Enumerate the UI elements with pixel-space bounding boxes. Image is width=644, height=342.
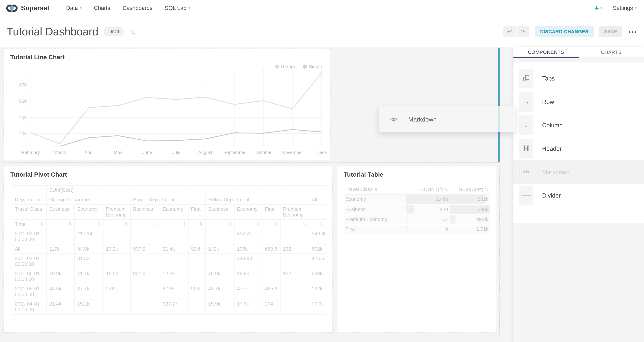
sort-icon[interactable]: ⇅ — [374, 187, 378, 192]
drag-preview-markdown[interactable]: </> Markdown — [378, 106, 515, 132]
pivot-value-cell: 12.3k — [160, 269, 188, 284]
table-column-header[interactable]: COUNT(*)⇅ — [406, 184, 450, 194]
favorite-star-icon[interactable]: ☆ — [130, 27, 138, 36]
pivot-class-header[interactable]: Economy — [74, 204, 103, 220]
sidebar-item-column[interactable]: ↓Column — [514, 114, 644, 137]
tab-charts[interactable]: CHARTS — [579, 47, 644, 58]
pivot-sort-cell[interactable]: ⇅ — [74, 220, 103, 229]
pivot-class-header[interactable]: Premium Economy — [103, 204, 130, 220]
add-new-button[interactable]: + ▾ — [594, 4, 602, 12]
pivot-sort-cell[interactable]: ⇅ — [160, 220, 188, 229]
pivot-class-header[interactable]: Business — [130, 204, 160, 220]
pivot-sort-cell[interactable]: ⇅ — [130, 220, 160, 229]
table-row[interactable]: First91.71k — [344, 224, 490, 234]
sort-icon[interactable]: ⇅ — [302, 222, 306, 227]
pivot-group-header[interactable]: All — [309, 195, 326, 204]
pivot-row-label: 2011-04-01 00:00:00 — [12, 299, 46, 314]
page-title[interactable]: Tutorial Dashboard — [6, 25, 98, 38]
save-button[interactable]: SAVE — [599, 26, 622, 38]
pivot-class-header[interactable]: Business — [206, 204, 234, 220]
sidebar-item-row[interactable]: →Row — [514, 90, 644, 114]
svg-text:Dece: Dece — [316, 150, 326, 155]
sidebar-item-header[interactable]: HHeader — [514, 137, 644, 160]
legend-item-single[interactable]: Single — [303, 64, 322, 69]
pivot-sort-cell[interactable]: ⇅ — [46, 220, 74, 229]
pivot-class-header[interactable]: Economy — [160, 204, 188, 220]
pivot-value-cell — [46, 229, 74, 244]
sidebar-item-divider[interactable]: Divider — [514, 184, 644, 207]
pivot-chart-card[interactable]: Tutorial Pivot Chart SUM(Cost)Department… — [3, 166, 332, 333]
table-column-header[interactable]: SUM(Cost)⇅ — [450, 184, 490, 194]
table-row: 2011-03-01 00:00:00217.14332.21549.35 — [12, 229, 326, 244]
table-row[interactable]: Business420696k — [344, 204, 490, 214]
table-column-header[interactable]: Travel Class⇅ — [344, 184, 406, 194]
pivot-group-header[interactable]: Purple Department — [130, 195, 206, 204]
pivot-class-header[interactable]: First — [262, 204, 280, 220]
pivot-value-cell — [130, 284, 160, 299]
pivot-value-cell: 117k — [46, 244, 74, 254]
pivot-class-header[interactable] — [309, 204, 326, 220]
line-chart-card[interactable]: Tutorial Line Chart ReturnSingle 2004006… — [3, 48, 330, 160]
chevron-down-icon: ▾ — [635, 6, 636, 10]
cell-value: 1.71k — [476, 226, 488, 232]
drop-indicator-line — [498, 48, 500, 162]
legend-label: Return — [281, 64, 295, 69]
pivot-group-header[interactable]: Orange Department — [46, 195, 130, 204]
sort-icon[interactable]: ⇅ — [444, 187, 448, 192]
sort-icon[interactable]: ⇅ — [274, 222, 278, 227]
pivot-class-header[interactable]: Business — [46, 204, 74, 220]
table-chart-card[interactable]: Tutorial Table Travel Class⇅COUNT(*)⇅SUM… — [337, 166, 497, 333]
icon-tile: → — [519, 92, 533, 112]
pivot-time-header[interactable]: Time⇅ — [12, 220, 46, 229]
sort-icon[interactable]: ⇅ — [320, 222, 323, 227]
sort-icon[interactable]: ⇅ — [97, 222, 100, 227]
pivot-value-cell: 238k — [309, 269, 326, 284]
redo-button[interactable]: ↷ — [516, 26, 530, 38]
sort-icon[interactable]: ⇅ — [40, 222, 44, 227]
nav-item-data[interactable]: Data▾ — [60, 0, 88, 16]
cell-value: Premium Economy — [346, 216, 387, 222]
sort-icon[interactable]: ⇅ — [182, 222, 186, 227]
pivot-sort-cell[interactable]: ⇅ — [234, 220, 262, 229]
dashboard-canvas: Tutorial Line Chart ReturnSingle 2004006… — [0, 47, 514, 342]
more-options-icon[interactable]: ••• — [628, 28, 638, 35]
superset-logo[interactable]: Superset — [6, 4, 49, 12]
table-row[interactable]: Economy2.46k602k — [344, 194, 490, 204]
pivot-sort-cell[interactable]: ⇅ — [206, 220, 234, 229]
sort-icon[interactable]: ⇅ — [124, 222, 128, 227]
table-row[interactable]: Premium Economy6199.8k — [344, 214, 490, 224]
nav-item-charts[interactable]: Charts — [88, 0, 116, 16]
settings-menu[interactable]: Settings ▾ — [613, 5, 636, 11]
discard-changes-button[interactable]: DISCARD CHANGES — [535, 26, 594, 38]
sidebar-item-markdown[interactable]: </>Markdown — [514, 160, 644, 184]
svg-text:August: August — [198, 150, 212, 155]
sidebar-item-tabs[interactable]: Tabs — [514, 67, 644, 90]
pivot-value-cell: 204 — [262, 299, 280, 314]
tabs-icon — [522, 74, 530, 82]
legend-label: Single — [309, 64, 322, 69]
top-navbar: Superset Data▾ChartsDashboardsSQL Lab▾ +… — [0, 0, 644, 16]
nav-item-dashboards[interactable]: Dashboards — [116, 0, 159, 16]
pivot-class-header[interactable]: First — [188, 204, 206, 220]
pivot-class-header[interactable]: Economy — [234, 204, 262, 220]
pivot-class-header[interactable]: Premium Economy — [280, 204, 309, 220]
sort-icon[interactable]: ⇅ — [154, 222, 157, 227]
sort-icon[interactable]: ⇅ — [199, 222, 203, 227]
pivot-sort-cell[interactable]: ⇅ — [309, 220, 326, 229]
sort-icon[interactable]: ⇅ — [256, 222, 260, 227]
sort-icon[interactable]: ⇅ — [228, 222, 232, 227]
pivot-sort-cell[interactable]: ⇅ — [262, 220, 280, 229]
nav-item-sql-lab[interactable]: SQL Lab▾ — [158, 0, 196, 16]
nav-menu: Data▾ChartsDashboardsSQL Lab▾ — [60, 0, 196, 16]
sort-icon[interactable]: ⇅ — [68, 222, 72, 227]
pivot-value-cell: 15.9k — [206, 299, 234, 314]
pivot-sort-cell[interactable]: ⇅ — [280, 220, 309, 229]
pivot-sort-cell[interactable]: ⇅ — [103, 220, 130, 229]
pivot-value-cell — [188, 254, 206, 269]
sort-icon[interactable]: ⇅ — [485, 187, 488, 192]
legend-item-return[interactable]: Return — [275, 64, 295, 69]
pivot-sort-cell[interactable]: ⇅ — [188, 220, 206, 229]
tab-components[interactable]: COMPONENTS — [514, 47, 579, 58]
pivot-group-header[interactable]: Yellow Department — [206, 195, 309, 204]
undo-button[interactable]: ↶ — [503, 26, 516, 38]
